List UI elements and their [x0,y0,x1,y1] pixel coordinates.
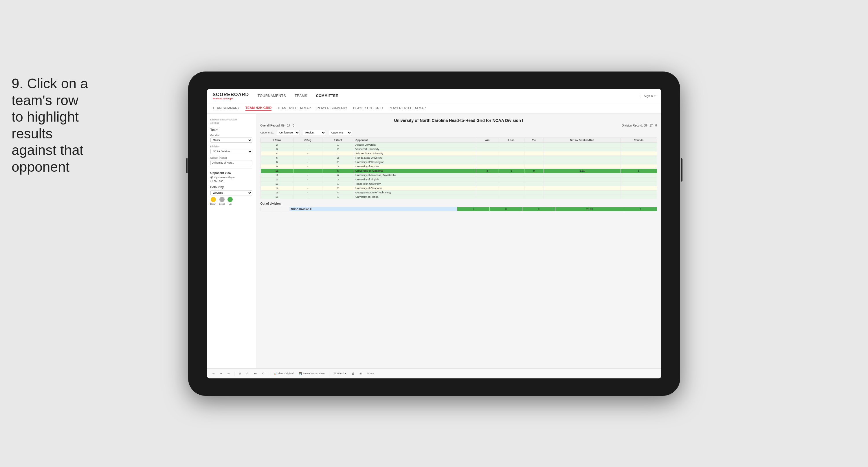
main-content: Last Updated: 27/03/2024 16:55:38 Team G… [207,114,661,368]
logo-powered: Powered by clippd [213,97,249,100]
col-win: Win [476,138,498,142]
table-row[interactable]: 6-2Florida State University [260,155,657,160]
sidebar-school-label: School (Rank) [210,156,252,159]
tablet-frame: SCOREBOARD Powered by clippd TOURNAMENTS… [188,71,680,396]
top-nav: SCOREBOARD Powered by clippd TOURNAMENTS… [207,89,661,104]
toolbar-redo[interactable]: ↪ [219,372,223,376]
subnav-player-summary[interactable]: PLAYER SUMMARY [317,106,347,110]
sidebar-radio-opponents-played[interactable]: Opponents Played [210,176,252,179]
toolbar-share[interactable]: Share [366,372,375,376]
sidebar-timestamp: Last Updated: 27/03/2024 16:55:38 [210,118,252,124]
filter-region-select[interactable]: Region (All) [303,130,326,135]
colour-dot-level [219,197,225,202]
nav-committee[interactable]: COMMITTEE [316,94,338,98]
filter-opponent-select[interactable]: Opponent (All) [329,130,352,135]
sidebar-gender-select[interactable]: Men's [210,138,252,143]
toolbar-view-original[interactable]: 📊 View: Original [272,372,294,376]
instruction-text: 9. Click on a team's row to highlight re… [11,75,93,175]
toolbar-grid2[interactable]: ⊞ [358,372,363,376]
ood-rounds: 3 [624,207,657,211]
out-of-division-table: NCAA Division II 1 0 0 26.00 3 [260,207,657,211]
tablet-button-left [186,158,188,173]
col-opponent: Opponent [354,138,476,142]
table-row[interactable]: 13-1Texas Tech University [260,181,657,186]
subnav-player-h2h-heatmap[interactable]: PLAYER H2H HEATMAP [389,106,426,110]
ood-reg [272,207,281,211]
sign-out-button[interactable]: Sign out [644,94,655,97]
table-row[interactable]: 14-2University of Oklahoma [260,186,657,190]
col-loss: Loss [498,138,524,142]
ood-loss: 0 [490,207,522,211]
table-row[interactable]: 12-6University of Arkansas, Fayetteville [260,173,657,177]
toolbar-clock[interactable]: ⏱ [261,372,266,376]
radio-label-1: Opponents Played [214,176,236,179]
nav-links: TOURNAMENTS TEAMS COMMITTEE [257,94,640,98]
table-row[interactable]: 2-1Auburn University [260,142,657,147]
grid-area: University of North Carolina Head-to-Hea… [256,114,661,368]
table-row[interactable]: 3-2Vanderbilt University [260,147,657,151]
toolbar-watch[interactable]: 👁 Watch ▾ [333,372,348,376]
radio-label-2: Top 100 [214,180,223,183]
colour-dot-up [227,197,233,202]
nav-tournaments[interactable]: TOURNAMENTS [257,94,286,98]
sidebar-gender-label: Gender [210,134,252,137]
toolbar-refresh[interactable]: ↺ [245,372,250,376]
radio-dot-1 [210,176,213,179]
bottom-toolbar: ↩ ↪ ↩ | ⊞ ↺ ••• ⏱ | 📊 View: Original 💾 S… [207,368,661,378]
filter-conference-select[interactable]: Conference (All) [277,130,300,135]
subnav-player-h2h-grid[interactable]: PLAYER H2H GRID [353,106,383,110]
out-of-division-header: Out of division [260,202,657,205]
ood-rank [260,207,272,211]
colour-legend: Down Level Up [210,197,252,205]
nav-teams[interactable]: TEAMS [294,94,307,98]
ood-win: 1 [457,207,489,211]
ood-diff: 26.00 [555,207,624,211]
toolbar-back[interactable]: ↩ [226,372,231,376]
division-record: Division Record: 88 - 17 - 0 [622,124,657,127]
overall-record: Overall Record: 89 - 17 - 0 [260,124,294,127]
subnav-team-summary[interactable]: TEAM SUMMARY [213,106,240,110]
sidebar: Last Updated: 27/03/2024 16:55:38 Team G… [207,114,256,368]
toolbar-save-custom[interactable]: 💾 Save Custom View [298,372,326,376]
colour-down: Down [210,197,216,205]
toolbar-grid[interactable]: ⊞ [238,372,242,376]
subnav-team-h2h-heatmap[interactable]: TEAM H2H HEATMAP [277,106,311,110]
filter-opponents-label: Opponents: [260,131,274,134]
tablet-button-right [681,158,682,181]
toolbar-print[interactable]: 🖨 [350,372,355,376]
table-row[interactable]: 11-5University of Alabama3002.618 [260,169,657,173]
colour-level: Level [219,197,225,205]
toolbar-dots[interactable]: ••• [253,372,257,376]
h2h-table: # Rank # Reg # Conf Opponent Win Loss Ti… [260,138,657,199]
colour-label-down: Down [210,203,216,205]
toolbar-undo[interactable]: ↩ [211,372,216,376]
sidebar-radio-top100[interactable]: Top 100 [210,180,252,183]
sidebar-division-select[interactable]: NCAA Division I [210,149,252,154]
sidebar-radio-group: Opponents Played Top 100 [210,176,252,183]
sign-out-area: | Sign out [640,94,655,97]
table-row[interactable]: 13-3University of Virginia [260,177,657,181]
table-row[interactable]: 9-3University of Arizona [260,164,657,169]
table-row[interactable]: 4-1Arizona State University [260,151,657,155]
col-conf: # Conf [322,138,354,142]
ood-tie: 0 [522,207,555,211]
col-rounds: Rounds [621,138,657,142]
grid-title: University of North Carolina Head-to-Hea… [260,118,657,123]
ood-conf [281,207,289,211]
sidebar-school-value: University of Nort... [210,160,252,165]
table-row[interactable]: 16-1University of Florida [260,195,657,199]
table-row[interactable]: 8-2University of Washington [260,160,657,164]
colour-dot-down [211,197,216,202]
sidebar-colour-title: Colour by [210,185,252,189]
subnav-team-h2h-grid[interactable]: TEAM H2H GRID [245,106,272,111]
tablet-screen: SCOREBOARD Powered by clippd TOURNAMENTS… [207,89,661,378]
sidebar-team-title: Team [210,128,252,132]
sidebar-colour-select[interactable]: Win/loss [210,190,252,196]
grid-records: Overall Record: 89 - 17 - 0 Division Rec… [260,124,657,127]
colour-up: Up [227,197,233,205]
col-diff: Diff Av Strokes/Rnd [544,138,621,142]
table-row[interactable]: 15-4Georgia Institute of Technology [260,190,657,195]
sub-nav: TEAM SUMMARY TEAM H2H GRID TEAM H2H HEAT… [207,104,661,114]
sidebar-division-label: Division [210,145,252,148]
filter-row: Opponents: Conference (All) Region (All)… [260,130,657,135]
